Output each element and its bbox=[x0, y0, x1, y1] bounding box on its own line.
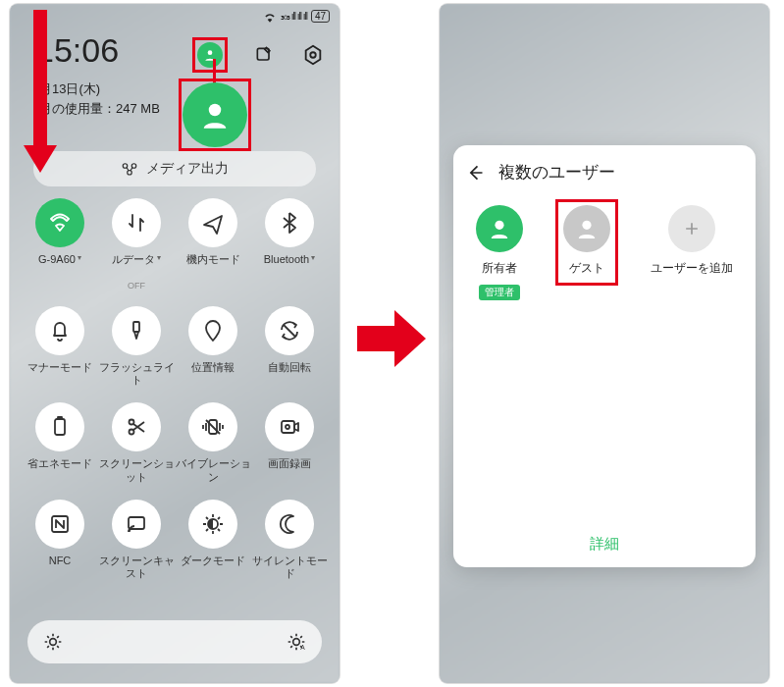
tile-label: ルデータ▾ bbox=[112, 253, 161, 279]
tile-label: 位置情報 bbox=[191, 361, 235, 387]
plus-icon bbox=[668, 205, 715, 252]
tile-vibrate[interactable]: バイブレーション bbox=[175, 402, 251, 483]
media-icon bbox=[121, 161, 138, 177]
gear-icon[interactable] bbox=[300, 42, 326, 68]
svg-point-3 bbox=[310, 52, 316, 58]
pin-icon bbox=[188, 306, 237, 355]
plane-icon bbox=[188, 198, 237, 247]
svg-rect-13 bbox=[58, 417, 62, 419]
svg-point-14 bbox=[130, 420, 134, 425]
admin-badge: 管理者 bbox=[479, 285, 520, 300]
tile-pin[interactable]: 位置情報 bbox=[175, 306, 251, 387]
tile-label: 画面録画 bbox=[268, 457, 311, 483]
tile-sublabel: OFF bbox=[128, 281, 145, 291]
svg-point-27 bbox=[495, 221, 503, 230]
dark-icon bbox=[188, 500, 237, 549]
user-owner[interactable]: 所有者 管理者 bbox=[476, 205, 523, 300]
vibrate-icon bbox=[188, 402, 237, 451]
sheet-header: 複数のユーザー bbox=[465, 161, 744, 184]
nfc-icon bbox=[35, 500, 84, 549]
tile-label: サイレントモード bbox=[251, 555, 328, 580]
tile-flash[interactable]: フラッシュライト bbox=[98, 306, 175, 387]
tile-label: ダークモード bbox=[181, 555, 245, 580]
tile-label: バイブレーション bbox=[175, 457, 251, 483]
brightness-icon bbox=[43, 632, 63, 652]
battery-indicator: 47 bbox=[311, 10, 330, 23]
svg-point-9 bbox=[134, 324, 138, 328]
svg-rect-18 bbox=[282, 421, 294, 433]
add-user-button[interactable]: ユーザーを追加 bbox=[651, 205, 733, 300]
back-icon[interactable] bbox=[465, 163, 485, 183]
annotation-arrow-right bbox=[357, 304, 426, 373]
cast-icon bbox=[112, 500, 161, 549]
tile-dark[interactable]: ダークモード bbox=[175, 500, 251, 580]
annotation-arrow-down bbox=[26, 10, 55, 177]
battery-icon bbox=[35, 402, 84, 451]
owner-avatar-icon bbox=[476, 205, 523, 252]
tile-bell[interactable]: マナーモード bbox=[22, 306, 98, 387]
arrows-icon bbox=[112, 198, 161, 247]
tile-plane[interactable]: 機内モード bbox=[175, 198, 251, 291]
scissors-icon bbox=[112, 402, 161, 451]
tile-arrows[interactable]: ルデータ▾OFF bbox=[98, 198, 175, 291]
brightness-slider[interactable]: A bbox=[27, 620, 322, 663]
tile-scissors[interactable]: スクリーンショット bbox=[98, 402, 175, 483]
tile-cast[interactable]: スクリーンキャスト bbox=[98, 500, 175, 580]
svg-line-11 bbox=[284, 325, 295, 337]
user-guest[interactable]: ゲスト bbox=[563, 205, 610, 300]
tile-label: 機内モード bbox=[186, 253, 240, 279]
tile-label: NFC bbox=[49, 555, 72, 580]
highlight-guest bbox=[555, 199, 618, 286]
sheet-title: 複数のユーザー bbox=[498, 161, 615, 184]
tile-label: スクリーンキャスト bbox=[98, 555, 175, 580]
svg-marker-2 bbox=[306, 46, 321, 64]
phone-quick-settings: ₃₀₃ ıll ıll ıll 47 15:06 月13日(木) 月の使用量：2… bbox=[10, 4, 340, 683]
edit-icon[interactable] bbox=[251, 42, 277, 68]
highlight-user-small bbox=[192, 37, 228, 73]
svg-point-15 bbox=[130, 430, 134, 435]
bell-icon bbox=[35, 306, 84, 355]
data-usage: 月の使用量：247 MB bbox=[39, 100, 160, 118]
tile-bluetooth[interactable]: Bluetooth▾ bbox=[251, 198, 328, 291]
rotate-icon bbox=[265, 306, 314, 355]
svg-text:A: A bbox=[300, 644, 305, 651]
svg-point-19 bbox=[286, 425, 289, 429]
media-output-button[interactable]: メディア出力 bbox=[33, 151, 316, 186]
tile-battery[interactable]: 省エネモード bbox=[22, 402, 98, 483]
quick-settings-grid: G-9A60▾ルデータ▾OFF機内モードBluetooth▾マナーモードフラッシ… bbox=[22, 198, 328, 580]
tile-rotate[interactable]: 自動回転 bbox=[251, 306, 328, 387]
tile-moon[interactable]: サイレントモード bbox=[251, 500, 328, 580]
tile-label: G-9A60▾ bbox=[38, 253, 81, 279]
tile-nfc[interactable]: NFC bbox=[22, 500, 98, 580]
flash-icon bbox=[112, 306, 161, 355]
tile-label: スクリーンショット bbox=[98, 457, 175, 483]
moon-icon bbox=[265, 500, 314, 549]
user-list: 所有者 管理者 ゲスト ユーザーを追加 bbox=[465, 205, 744, 300]
wifi-icon bbox=[35, 198, 84, 247]
auto-brightness-icon[interactable]: A bbox=[287, 632, 306, 652]
svg-point-24 bbox=[50, 639, 57, 646]
status-bar: ₃₀₃ ıll ıll ıll 47 bbox=[263, 10, 330, 23]
phone-user-switcher: 複数のユーザー 所有者 管理者 ゲスト bbox=[440, 4, 769, 683]
wifi-icon bbox=[263, 11, 277, 23]
tile-label: フラッシュライト bbox=[98, 361, 175, 387]
svg-point-25 bbox=[293, 639, 300, 646]
user-icon[interactable] bbox=[197, 42, 223, 68]
owner-label: 所有者 bbox=[482, 260, 517, 277]
tile-label: マナーモード bbox=[27, 361, 92, 387]
tile-wifi[interactable]: G-9A60▾ bbox=[22, 198, 98, 291]
svg-point-7 bbox=[128, 171, 132, 176]
svg-point-22 bbox=[129, 530, 131, 532]
tile-label: 自動回転 bbox=[268, 361, 311, 387]
svg-point-0 bbox=[208, 50, 213, 55]
svg-point-10 bbox=[211, 326, 216, 331]
tile-record[interactable]: 画面録画 bbox=[251, 402, 328, 483]
add-user-label: ユーザーを追加 bbox=[651, 260, 733, 277]
details-link[interactable]: 詳細 bbox=[453, 535, 756, 554]
highlight-user-large bbox=[179, 79, 251, 151]
record-icon bbox=[265, 402, 314, 451]
multi-user-sheet: 複数のユーザー 所有者 管理者 ゲスト bbox=[453, 145, 756, 567]
tile-label: Bluetooth▾ bbox=[264, 253, 315, 279]
bluetooth-icon bbox=[265, 198, 314, 247]
signal-icon: ₃₀₃ ıll ıll ıll bbox=[281, 11, 307, 22]
